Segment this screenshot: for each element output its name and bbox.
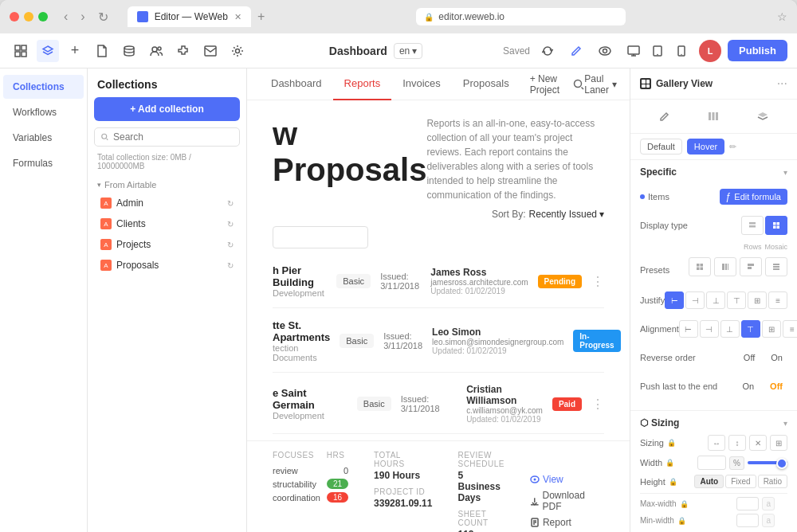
user-avatar[interactable]: L [699, 40, 721, 62]
refresh-icon[interactable]: ↻ [227, 261, 234, 270]
desktop-icon[interactable] [622, 40, 645, 62]
sizing-header[interactable]: ⬡ Sizing ▾ [640, 417, 787, 428]
justify-evenly-button[interactable]: ≡ [768, 291, 787, 309]
sizing-x-button[interactable]: ✕ [749, 435, 767, 451]
align-start-button[interactable]: ⊢ [679, 320, 698, 338]
sizing-shrink-button[interactable]: ↕ [728, 435, 746, 451]
nav-item-reports[interactable]: Reports [333, 68, 392, 100]
mail-icon[interactable] [199, 40, 222, 62]
minimize-button[interactable] [24, 12, 33, 22]
sync-icon[interactable] [536, 40, 559, 62]
more-options-icon[interactable]: ··· [777, 76, 787, 91]
layers-icon[interactable] [37, 40, 59, 62]
max-width-input[interactable]: 0 [736, 497, 759, 510]
preset-3-button[interactable] [740, 257, 762, 276]
align-center-button[interactable]: ⊣ [700, 320, 719, 338]
refresh-icon[interactable]: ↻ [227, 241, 234, 249]
language-selector[interactable]: en ▾ [394, 43, 422, 59]
bookmark-icon[interactable]: ☆ [777, 10, 787, 23]
close-button[interactable] [10, 12, 19, 22]
more-icon[interactable]: ⋮ [591, 274, 604, 289]
page-icon[interactable] [91, 40, 113, 62]
preview-icon[interactable] [594, 40, 616, 62]
sidebar-item-collections[interactable]: Collections [3, 75, 84, 99]
reverse-off-option[interactable]: Off [739, 351, 760, 364]
add-icon[interactable]: + [64, 40, 86, 62]
justify-end-button[interactable]: ⊥ [706, 291, 725, 309]
settings-icon[interactable] [226, 40, 249, 62]
collection-item-projects[interactable]: A Projects ↻ [94, 234, 240, 255]
height-ratio-button[interactable]: Ratio [758, 475, 787, 488]
download-pdf-link[interactable]: Download PDF [530, 490, 604, 512]
mobile-icon[interactable] [670, 40, 693, 62]
reverse-on-option[interactable]: On [766, 351, 787, 364]
refresh-icon[interactable]: ↻ [227, 199, 234, 208]
collection-item-proposals[interactable]: A Proposals ↻ [94, 255, 240, 276]
width-input[interactable]: 104 [697, 456, 726, 470]
view-link[interactable]: View [530, 474, 604, 485]
state-tab-hover[interactable]: Hover [687, 139, 724, 155]
nav-item-dashboard[interactable]: Dashboard [260, 68, 333, 100]
user-menu[interactable]: Paul Laner ▾ [584, 73, 617, 96]
view-tab-columns[interactable] [698, 106, 728, 127]
state-tab-default[interactable]: Default [640, 139, 682, 155]
maximize-button[interactable] [38, 12, 48, 22]
users-icon[interactable] [145, 40, 167, 62]
browser-tab[interactable]: Editor — WeWeb ✕ [128, 6, 251, 27]
preset-1-button[interactable] [689, 257, 711, 276]
sort-value[interactable]: Recently Issued ▾ [529, 209, 604, 220]
search-nav-icon[interactable] [573, 75, 584, 94]
push-off-option[interactable]: Off [765, 380, 787, 393]
forward-button[interactable]: › [77, 8, 88, 25]
refresh-icon[interactable]: ↻ [227, 220, 234, 229]
back-button[interactable]: ‹ [61, 8, 71, 25]
search-input[interactable] [113, 131, 233, 143]
nav-item-invoices[interactable]: Invoices [391, 68, 452, 100]
publish-button[interactable]: Publish [728, 40, 787, 61]
group-header[interactable]: ▾ From Airtable [94, 177, 240, 193]
sidebar-item-variables[interactable]: Variables [3, 126, 84, 150]
add-project-button[interactable]: + New Project [520, 73, 574, 96]
tablet-icon[interactable] [646, 40, 669, 62]
database-icon[interactable] [118, 40, 140, 62]
align-baseline-button[interactable]: ⊞ [762, 320, 781, 338]
new-tab-button[interactable]: + [257, 10, 265, 24]
collection-item-admin[interactable]: A Admin ↻ [94, 193, 240, 213]
height-auto-button[interactable]: Auto [694, 475, 724, 488]
address-bar[interactable]: 🔒 editor.weweb.io [416, 8, 626, 25]
reload-button[interactable]: ↻ [95, 8, 112, 26]
puzzle-icon[interactable] [172, 40, 194, 62]
filter-input[interactable] [273, 226, 368, 248]
sidebar-item-workflows[interactable]: Workflows [3, 100, 84, 124]
view-tab-pencil[interactable] [650, 106, 680, 127]
preset-2-button[interactable] [714, 257, 736, 276]
min-width-input[interactable]: 0 [736, 514, 759, 527]
display-rows-button[interactable] [741, 216, 764, 235]
align-end-button[interactable]: ⊥ [720, 320, 740, 338]
specific-header[interactable]: Specific ▾ [640, 166, 787, 178]
align-stretch-button[interactable]: ⊤ [741, 320, 760, 338]
view-tab-layers[interactable] [748, 106, 778, 127]
sizing-expand-button[interactable]: ↔ [708, 435, 725, 451]
justify-start-button[interactable]: ⊢ [665, 291, 684, 309]
edit-icon[interactable] [565, 40, 587, 62]
grid-icon[interactable] [10, 40, 32, 62]
justify-around-button[interactable]: ⊞ [748, 291, 767, 309]
sidebar-item-formulas[interactable]: Formulas [3, 151, 84, 175]
sizing-corners-button[interactable]: ⊞ [770, 435, 787, 451]
height-fixed-button[interactable]: Fixed [725, 475, 756, 488]
nav-item-proposals[interactable]: Proposals [452, 68, 520, 100]
more-icon[interactable]: ⋮ [591, 397, 604, 412]
collection-item-clients[interactable]: A Clients ↻ [94, 213, 240, 234]
display-mosaic-button[interactable] [765, 216, 787, 235]
report-link[interactable]: Report [530, 517, 604, 528]
align-evenly-button[interactable]: ≡ [783, 320, 797, 338]
add-collection-button[interactable]: + Add collection [94, 97, 240, 121]
justify-center-button[interactable]: ⊣ [685, 291, 705, 309]
state-edit-icon[interactable]: ✏ [729, 142, 736, 152]
preset-4-button[interactable] [765, 257, 787, 276]
width-slider[interactable] [748, 461, 787, 464]
push-on-option[interactable]: On [737, 380, 759, 393]
tab-close-icon[interactable]: ✕ [234, 12, 241, 22]
edit-formula-button[interactable]: ƒ Edit formula [720, 189, 787, 205]
